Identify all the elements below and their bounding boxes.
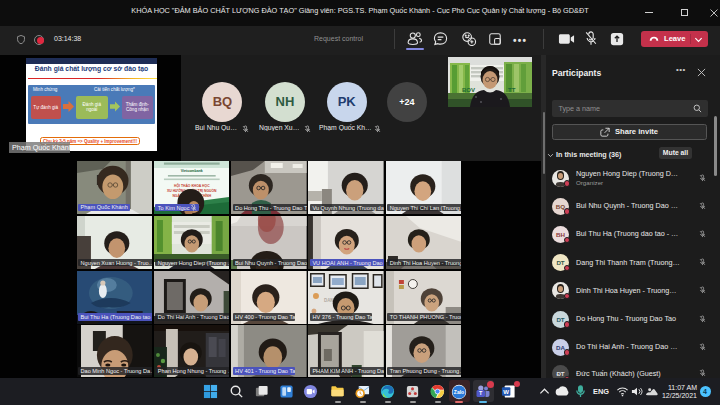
svg-text:Vietcombank: Vietcombank — [181, 169, 203, 173]
svg-text:Zalo: Zalo — [454, 389, 464, 395]
svg-text:BOV: BOV — [462, 87, 475, 93]
svg-text:TT: TT — [508, 87, 516, 93]
svg-text:HỘI THẢO KHOA HỌC: HỘI THẢO KHOA HỌC — [174, 183, 210, 188]
svg-text:W: W — [503, 387, 509, 394]
